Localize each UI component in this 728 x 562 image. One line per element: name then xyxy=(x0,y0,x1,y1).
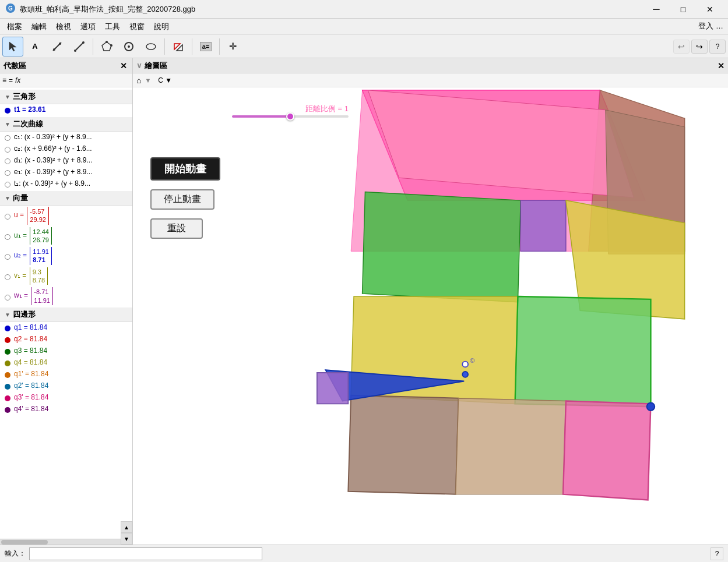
function-icon: fx xyxy=(15,76,20,84)
item-t1: t1 = 23.61 xyxy=(0,104,132,116)
segment-tool-button[interactable] xyxy=(69,37,90,56)
item-u1: u₁ = 12.44 26.79 xyxy=(0,226,132,246)
input-label: 輸入： xyxy=(5,549,26,559)
sidebar-scroll-up[interactable]: ▲ xyxy=(121,521,132,533)
close-button[interactable]: ✕ xyxy=(697,0,723,19)
menubar: 檔案 編輯 檢視 選項 工具 視窗 說明 登入 … xyxy=(0,19,728,35)
algebra-panel-close[interactable]: ✕ xyxy=(118,61,129,71)
triangle-section-arrow: ▼ xyxy=(5,94,10,100)
item-u: u = -5.57 29.92 xyxy=(0,206,132,226)
u2-dot xyxy=(5,254,10,260)
quad-section-arrow: ▼ xyxy=(5,312,10,318)
svg-text:©: © xyxy=(470,356,475,364)
drawing-canvas[interactable]: © 距離比例 = 1 開始動畫 停止動畫 重設 xyxy=(133,87,728,545)
item-u2: u₂ = 11.91 8.71 xyxy=(0,246,132,266)
drawing-panel-close[interactable]: ✕ xyxy=(718,61,725,70)
section-quadrilateral: ▼四邊形 xyxy=(0,307,132,322)
svg-marker-27 xyxy=(515,296,651,407)
svg-point-7 xyxy=(74,50,76,52)
control-point-left[interactable] xyxy=(462,372,468,377)
q4p-dot xyxy=(5,407,10,413)
drawing-coordinate-button[interactable]: C ▼ xyxy=(158,76,172,84)
control-point-right[interactable] xyxy=(647,402,655,411)
login-button[interactable]: 登入 … xyxy=(698,21,723,31)
input-field[interactable] xyxy=(29,547,262,560)
item-c1: c₁: (x - 0.39)² + (y + 8.9... xyxy=(0,132,132,143)
q1p-dot xyxy=(5,372,10,378)
q2-dot xyxy=(5,337,10,343)
menu-edit[interactable]: 編輯 xyxy=(27,19,51,34)
conic-tool-button[interactable] xyxy=(140,37,161,56)
window-title: 教頭班_帕利高_早期作法_按鈕_完整_20200728.ggb xyxy=(20,4,643,15)
svg-point-14 xyxy=(146,44,156,50)
svg-marker-32 xyxy=(317,373,348,404)
v1-dot xyxy=(5,274,10,280)
slider-container: 距離比例 = 1 xyxy=(232,104,349,118)
algebra-content: ▼三角形 t1 = 23.61 ▼二次曲線 c₁: (x - 0.39)² + … xyxy=(0,87,132,539)
undo-button[interactable]: ↩ xyxy=(673,40,690,54)
drawing-panel: ∨ 繪圖區 ✕ ⌂ ▼ C ▼ xyxy=(133,58,728,545)
statusbar: 輸入： ? xyxy=(0,545,728,562)
svg-marker-23 xyxy=(363,192,521,302)
vector-section-arrow: ▼ xyxy=(5,195,10,202)
main-layout: 代數區 ✕ ≡ = fx ▼三角形 t1 = 23.61 ▼二次曲線 c₁: (… xyxy=(0,58,728,545)
start-animation-button[interactable]: 開始動畫 xyxy=(150,157,220,181)
minimize-button[interactable]: ─ xyxy=(643,0,670,19)
menu-tools[interactable]: 工具 xyxy=(100,19,125,34)
polygon-tool-button[interactable] xyxy=(96,37,117,56)
q4-dot xyxy=(5,360,10,366)
separator-3 xyxy=(192,38,192,55)
item-q3: q3 = 81.84 xyxy=(0,345,132,357)
drawing-home-button[interactable]: ⌂ xyxy=(136,76,141,85)
menu-help[interactable]: 說明 xyxy=(149,19,174,34)
menu-file[interactable]: 檔案 xyxy=(2,19,27,34)
reset-button[interactable]: 重設 xyxy=(150,218,203,239)
svg-point-13 xyxy=(128,45,130,48)
input-area: 輸入： xyxy=(5,545,262,563)
item-q4p: q4' = 81.84 xyxy=(0,404,132,415)
item-q2: q2 = 81.84 xyxy=(0,334,132,345)
sidebar-scroll-down[interactable]: ▼ xyxy=(121,533,132,545)
drawing-panel-header: ∨ 繪圖區 ✕ xyxy=(133,58,728,73)
slider-thumb[interactable] xyxy=(286,112,294,121)
equals-icon: = xyxy=(9,76,13,84)
help-btn[interactable]: ? xyxy=(709,40,726,54)
transform-tool-button[interactable] xyxy=(168,37,189,56)
sort-icon: ≡ xyxy=(2,76,6,84)
stop-animation-button[interactable]: 停止動畫 xyxy=(150,189,214,210)
section-vector: ▼向量 xyxy=(0,191,132,206)
redo-button[interactable]: ↪ xyxy=(691,40,708,54)
menu-view[interactable]: 檢視 xyxy=(51,19,76,34)
svg-point-4 xyxy=(53,48,55,51)
move-tool-button[interactable]: ✛ xyxy=(223,37,244,56)
window-controls: ─ □ ✕ xyxy=(643,0,723,19)
t1-dot xyxy=(5,108,10,114)
control-point-c[interactable] xyxy=(462,362,468,367)
item-q3p: q3' = 81.84 xyxy=(0,392,132,404)
algebra-toolbar: ≡ = fx xyxy=(0,73,132,87)
svg-line-6 xyxy=(75,43,83,51)
svg-marker-29 xyxy=(456,398,566,494)
point-tool-button[interactable]: A xyxy=(24,37,45,56)
menu-options[interactable]: 選項 xyxy=(76,19,100,34)
slider-track[interactable] xyxy=(232,115,349,118)
c1-dot xyxy=(5,135,10,141)
maximize-button[interactable]: □ xyxy=(670,0,697,19)
t1c-dot xyxy=(5,182,10,188)
d1-dot xyxy=(5,158,10,164)
q3p-dot xyxy=(5,395,10,401)
q1-dot xyxy=(5,326,10,331)
menu-window[interactable]: 視窗 xyxy=(125,19,149,34)
w1-dot xyxy=(5,295,10,301)
measure-tool-button[interactable]: a= xyxy=(195,37,216,56)
titlebar: G 教頭班_帕利高_早期作法_按鈕_完整_20200728.ggb ─ □ ✕ xyxy=(0,0,728,19)
svg-text:✛: ✛ xyxy=(229,41,237,51)
svg-point-8 xyxy=(82,41,85,44)
circle-tool-button[interactable] xyxy=(118,37,139,56)
select-tool-button[interactable] xyxy=(2,37,23,56)
conic-section-arrow: ▼ xyxy=(5,121,10,128)
line-tool-button[interactable] xyxy=(47,37,68,56)
app-icon: G xyxy=(5,2,16,16)
toolbar: A a= ✛ ↩ ↪ ? xyxy=(0,35,728,58)
question-button[interactable]: ? xyxy=(711,547,723,560)
